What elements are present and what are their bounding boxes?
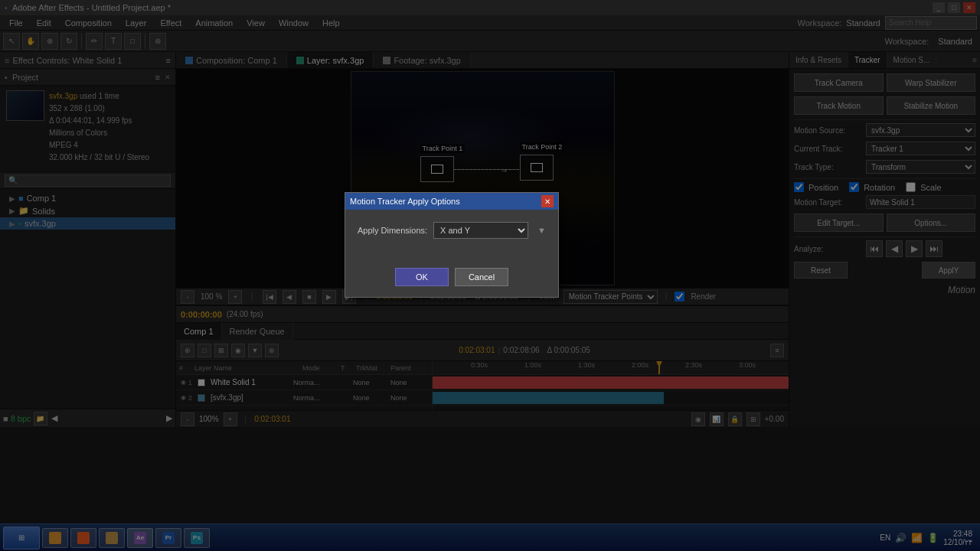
- modal-dialog: Motion Tracker Apply Options ✕ Apply Dim…: [345, 192, 559, 298]
- modal-cancel-button[interactable]: Cancel: [455, 268, 508, 286]
- apply-dimensions-select[interactable]: X and Y X only Y only: [433, 222, 528, 239]
- apply-dimensions-label: Apply Dimensions:: [358, 226, 427, 235]
- apply-dimensions-row: Apply Dimensions: X and Y X only Y only …: [358, 222, 546, 239]
- modal-ok-button[interactable]: OK: [395, 268, 449, 286]
- modal-title-bar: Motion Tracker Apply Options ✕: [345, 193, 558, 210]
- modal-close-button[interactable]: ✕: [541, 195, 554, 207]
- dropdown-arrow[interactable]: ▼: [537, 226, 546, 235]
- modal-title: Motion Tracker Apply Options: [350, 197, 460, 206]
- modal-buttons: OK Cancel: [345, 262, 558, 297]
- modal-body: Apply Dimensions: X and Y X only Y only …: [345, 210, 558, 262]
- modal-overlay: Motion Tracker Apply Options ✕ Apply Dim…: [0, 0, 980, 551]
